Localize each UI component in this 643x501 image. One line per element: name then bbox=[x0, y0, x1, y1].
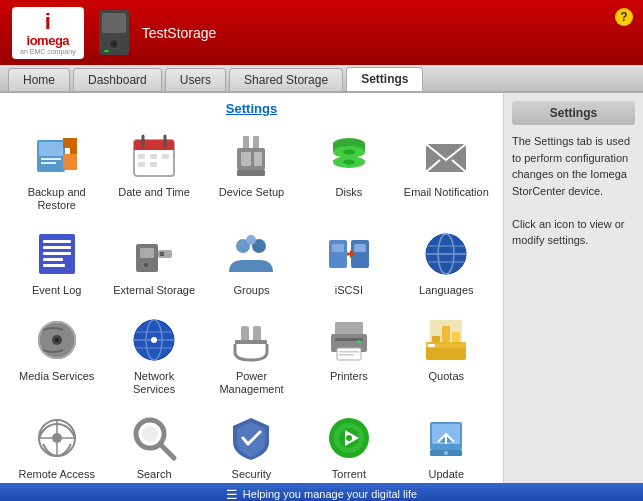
quotas-item[interactable]: Quotas bbox=[400, 310, 493, 400]
remote-access-label: Remote Access bbox=[18, 468, 94, 481]
update-item[interactable]: Update bbox=[400, 408, 493, 483]
svg-rect-4 bbox=[104, 50, 109, 52]
languages-item[interactable]: Languages bbox=[400, 224, 493, 301]
svg-rect-23 bbox=[241, 152, 251, 166]
tab-users[interactable]: Users bbox=[165, 68, 226, 91]
search-label: Search bbox=[137, 468, 172, 481]
device-setup-icon bbox=[225, 130, 277, 182]
device-setup-label: Device Setup bbox=[219, 186, 284, 199]
svg-rect-41 bbox=[43, 264, 65, 267]
network-services-label: Network Services bbox=[111, 370, 196, 396]
svg-rect-24 bbox=[254, 152, 262, 166]
svg-rect-1 bbox=[102, 13, 126, 33]
security-icon bbox=[225, 412, 277, 464]
disks-item[interactable]: Disks bbox=[302, 126, 395, 216]
settings-title: Settings bbox=[10, 101, 493, 116]
remote-access-item[interactable]: Remote Access bbox=[10, 408, 103, 483]
svg-point-99 bbox=[346, 435, 352, 441]
svg-point-29 bbox=[343, 150, 355, 155]
backup-restore-item[interactable]: Backup andRestore bbox=[10, 126, 103, 216]
svg-rect-16 bbox=[150, 154, 157, 159]
svg-rect-25 bbox=[237, 170, 265, 176]
event-log-icon bbox=[31, 228, 83, 280]
svg-rect-17 bbox=[162, 154, 169, 159]
email-notification-icon bbox=[420, 130, 472, 182]
disks-label: Disks bbox=[335, 186, 362, 199]
svg-line-93 bbox=[160, 444, 174, 458]
device-icon bbox=[94, 8, 134, 58]
settings-area: Settings Backup andRestore bbox=[0, 93, 503, 483]
svg-point-71 bbox=[151, 337, 157, 343]
event-log-item[interactable]: Event Log bbox=[10, 224, 103, 301]
tab-settings[interactable]: Settings bbox=[346, 67, 423, 91]
network-services-item[interactable]: Network Services bbox=[107, 310, 200, 400]
quotas-icon bbox=[420, 314, 472, 366]
svg-rect-6 bbox=[39, 142, 63, 156]
sidebar-description: The Settings tab is used to perform conf… bbox=[512, 133, 635, 249]
svg-rect-9 bbox=[63, 154, 77, 170]
svg-rect-40 bbox=[43, 258, 63, 261]
svg-point-64 bbox=[55, 338, 59, 342]
date-time-label: Date and Time bbox=[118, 186, 190, 199]
svg-rect-74 bbox=[235, 340, 267, 344]
svg-rect-37 bbox=[43, 240, 71, 243]
torrent-download-icon bbox=[323, 412, 375, 464]
groups-icon bbox=[225, 228, 277, 280]
svg-rect-39 bbox=[43, 252, 71, 255]
media-services-item[interactable]: Media Services bbox=[10, 310, 103, 400]
tab-shared-storage[interactable]: Shared Storage bbox=[229, 68, 343, 91]
quotas-label: Quotas bbox=[429, 370, 464, 383]
logo: i iomega an EMC company bbox=[12, 7, 84, 59]
svg-rect-85 bbox=[442, 326, 450, 342]
svg-point-44 bbox=[143, 262, 149, 268]
tab-dashboard[interactable]: Dashboard bbox=[73, 68, 162, 91]
logo-emc: an EMC company bbox=[20, 48, 76, 55]
power-management-item[interactable]: PowerManagement bbox=[205, 310, 298, 400]
svg-point-103 bbox=[444, 451, 448, 455]
media-services-icon bbox=[31, 314, 83, 366]
svg-rect-54 bbox=[354, 244, 366, 252]
network-services-icon bbox=[128, 314, 180, 366]
groups-item[interactable]: Groups bbox=[205, 224, 298, 301]
footer-text: Helping you manage your digital life bbox=[243, 488, 417, 500]
svg-point-3 bbox=[112, 42, 116, 46]
svg-point-94 bbox=[142, 426, 158, 442]
svg-point-78 bbox=[357, 340, 361, 344]
svg-rect-84 bbox=[428, 344, 435, 347]
svg-rect-75 bbox=[335, 322, 363, 336]
backup-restore-icon bbox=[31, 130, 83, 182]
svg-rect-81 bbox=[339, 354, 354, 356]
date-time-icon bbox=[128, 130, 180, 182]
device-setup-item[interactable]: Device Setup bbox=[205, 126, 298, 216]
svg-point-32 bbox=[343, 160, 355, 165]
tab-home[interactable]: Home bbox=[8, 68, 70, 91]
printers-item[interactable]: Printers bbox=[302, 310, 395, 400]
iscsi-item[interactable]: iSCSI bbox=[302, 224, 395, 301]
footer: ☰ Helping you manage your digital life bbox=[0, 483, 643, 501]
external-storage-item[interactable]: External Storage bbox=[107, 224, 200, 301]
svg-rect-52 bbox=[332, 244, 344, 252]
printers-label: Printers bbox=[330, 370, 368, 383]
security-label: Security bbox=[232, 468, 272, 481]
remote-access-icon bbox=[31, 412, 83, 464]
media-services-label: Media Services bbox=[19, 370, 94, 383]
svg-rect-80 bbox=[339, 351, 359, 353]
external-storage-label: External Storage bbox=[113, 284, 195, 297]
icon-grid: Backup andRestore bbox=[10, 126, 493, 483]
event-log-label: Event Log bbox=[32, 284, 82, 297]
nav-tabs: Home Dashboard Users Shared Storage Sett… bbox=[0, 65, 643, 93]
help-icon[interactable]: ? bbox=[615, 8, 633, 26]
search-item[interactable]: Search bbox=[107, 408, 200, 483]
torrent-download-item[interactable]: Torrent Download bbox=[302, 408, 395, 483]
svg-rect-8 bbox=[41, 162, 56, 164]
email-notification-item[interactable]: Email Notification bbox=[400, 126, 493, 216]
svg-rect-7 bbox=[41, 158, 61, 160]
logo-iomega: iomega bbox=[27, 33, 70, 48]
svg-rect-20 bbox=[243, 136, 249, 150]
main-content: Settings Backup andRestore bbox=[0, 93, 643, 483]
security-item[interactable]: Security bbox=[205, 408, 298, 483]
svg-rect-87 bbox=[432, 336, 440, 342]
sidebar: Settings The Settings tab is used to per… bbox=[503, 93, 643, 483]
printers-icon bbox=[323, 314, 375, 366]
date-time-item[interactable]: Date and Time bbox=[107, 126, 200, 216]
